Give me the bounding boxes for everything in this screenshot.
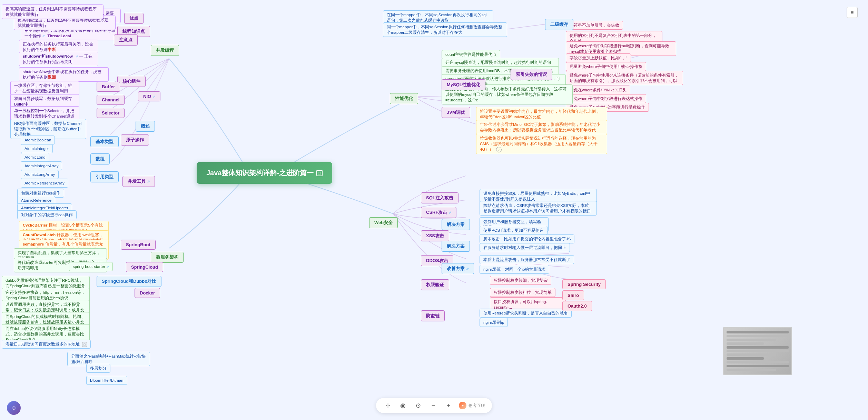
leaf-antitheft1: 使用Refered请求头判断，是否来自自己的域名 [480,309,572,318]
leaf-algo1: 海量日志提取访问百度次数最多的IP地址 □ [2,340,91,349]
leaf-idx7: 避免在where条件中%like%打头 [566,86,630,94]
leaf-atomic-intarr: AtomicIntegerArray [21,161,62,170]
branch-xss[interactable]: XSS攻击 [421,230,449,241]
branch-advantage[interactable]: 优点 [124,13,144,24]
brand-text: 创客互联 [468,403,485,409]
leaf-idx5: 尽量避免where子句中使用!=或<>操作符 [566,62,646,71]
menu-icon: ≡ [851,10,854,15]
avatar-icon: ☺ [11,405,17,411]
branch-springcloud[interactable]: SpringCloud [126,262,163,272]
leaf-shiro-detail: 权限控制粒度较粗粒，实现简单 [490,288,555,297]
branch-attention[interactable]: 注意点 [114,34,138,46]
leaf-buffer: 一块缓存区，存储字节数组，维护一些变量实现数据反复利用 [10,81,79,96]
branch-atomic[interactable]: 原子操作 [121,134,149,146]
leaf-jvm2: 年轻代过小会导致Minor GC过于频繁，影响系统性能；年老代过小会导致内存溢出… [476,120,607,134]
leaf-csrf-sol2: 使用POST请求，更加不容易伪造 [480,226,548,235]
cursor-icon: ⊹ [385,402,391,409]
branch-dev-programming[interactable]: 并发编程 [151,45,179,56]
bottom-toolbar: ⊹ ◉ ⊙ − + ✦ 创客互联 [376,398,492,413]
branch-shiro[interactable]: Shiro [562,290,584,300]
location-icon: ⊙ [416,402,421,409]
leaf-antitheft2: nginx限制ip [480,318,508,327]
leaf-atomic-int: AtomicInteger [21,144,53,153]
brand-area: ✦ 创客互联 [459,402,485,409]
central-node-label: Java整体知识架构详解-之进阶篇一 [206,168,314,178]
branch-mysql-opt[interactable]: MySQL性能优化 [442,79,485,90]
central-node[interactable]: Java整体知识架构详解-之进阶篇一 □ [197,162,332,184]
leaf-interrupted-note: shutdownNow会中断现在执行的任务，没被执行的任务则返回 [19,67,109,82]
leaf-atomic-long: AtomicLong [21,153,49,162]
eye-tool-btn[interactable]: ◉ [398,401,408,410]
branch-overview[interactable]: 概述 [136,121,155,132]
branch-buffer[interactable]: Buffer [97,82,120,92]
leaf-atomic-longarr: AtomicLongArray [21,170,59,179]
branch-basic-types[interactable]: 基本类型 [90,136,119,147]
leaf-spring-security-detail: 权限控制粒度较细，实现复杂 [490,276,551,285]
leaf-jvm3: 垃圾收集器也可以根据实际情况进行适当的选择，现在常用的为CMS（追求最短时间停顿… [476,134,607,154]
leaf-ddos-sol: nginx限流，对同一个ip的大量请求 [480,265,549,274]
branch-permission[interactable]: 权限验证 [421,279,449,290]
leaf-csrf-desc: 跨站点请求伪造，CSRF攻击常常还是绑架XSS实际，本质是伪造请用户请求认证却本… [480,201,597,216]
branch-ddos-solution[interactable]: 改善方案 ⇗ [442,263,474,274]
plus-icon: + [447,402,451,409]
leaf-xss-sol: 在服务请求时对输入做一层过滤即可，把同上 [480,243,570,252]
central-expand-icon[interactable]: □ [316,170,323,176]
leaf-atomic-refarr: AtomicReferenceArray [21,179,68,188]
branch-springboot[interactable]: SpringBoot [121,240,156,250]
leaf-springboot-starter: spring-boot-starter ⇗ [69,262,113,271]
branch-antitheft[interactable]: 防盗链 [421,310,445,321]
branch-web-security[interactable]: Web安全 [369,217,398,228]
branch-l2-cache[interactable]: 二级缓存 [545,19,573,30]
leaf-management: 提高高响应速度，任务到达时不需要等待线程程序建就就能立即执行 [2,4,103,19]
branch-selector[interactable]: Selector [97,108,125,118]
branch-nio[interactable]: NIO ⇗ [138,91,160,101]
leaf-shutdown-now: shutdown和shutdownNow ⇗ — 正在执行的任务执行完后再关闭 [19,52,98,66]
branch-channel[interactable]: Channel [97,95,125,105]
branch-sql-injection[interactable]: SQL注入攻击 [421,192,458,203]
branch-oauth2[interactable]: Oauth2.0 [562,301,592,311]
leaf-idx8: 避免where子句中对字段进行表达式操作 [566,94,646,103]
leaf-xss-desc: 脚本攻击，比如用户提交的评论内容里包含了JS [480,234,574,243]
branch-dev-tools[interactable]: 并发工具 ⇗ [122,176,155,187]
zoom-in-btn[interactable]: + [444,401,453,410]
branch-index-failure[interactable]: 索引失效的情况 [511,69,552,80]
leaf-algo4: Bloom filter/Bitman [86,376,127,385]
minus-icon: − [432,402,435,409]
toolbar-right: ≡ [847,7,858,18]
zoom-out-btn[interactable]: − [428,401,438,410]
leaf-cas: 对对象中的字段进行cas操作 [17,210,77,219]
branch-xss-solution[interactable]: 解决方案 [442,241,470,252]
leaf-idx4: 字段尽量加上默认值，比如0，'' [566,53,631,62]
leaf-algo3: 多层划分 [86,364,110,373]
location-tool-btn[interactable]: ⊙ [413,401,423,410]
eye-icon: ◉ [400,402,406,409]
brand-icon: ✦ [459,402,466,409]
branch-docker[interactable]: Docker [135,288,160,298]
avatar[interactable]: ☺ [7,401,21,415]
leaf-cache-info2: 同一个mapper中，不同sqlSession执行任何增删改查都会导致整个map… [383,22,507,37]
menu-icon-btn[interactable]: ≡ [847,7,858,18]
jvm3-expand[interactable]: ○ [496,147,502,152]
branch-perf-opt[interactable]: 性能优化 [390,93,418,104]
cursor-tool-btn[interactable]: ⊹ [383,401,393,410]
branch-springcloud-dubbo[interactable]: SpringCloud和Dubbo对比 [97,276,161,287]
leaf-idx6: 避免where子句中使用or来连接条件（若or前的条件有索引，后面的却没有索引）… [566,71,683,85]
branch-ref-types[interactable]: 引用类型 [90,171,119,182]
screenshot-overlay [723,327,792,375]
leaf-jvm1: 堆设置主要设置初始堆内存，最大堆内存，年轻代和年老代比例，年轻代Eden区和Su… [476,107,607,121]
branch-core-components[interactable]: 核心组件 [117,76,146,87]
branch-spring-security[interactable]: Spring Security [562,279,606,289]
branch-csrf-solution[interactable]: 解决方案 [442,219,470,230]
branch-array-types[interactable]: 数组 [90,153,110,164]
leaf-atomic-bool: AtomicBoolean [21,136,55,144]
branch-microservice[interactable]: 微服务架构 [151,252,184,263]
leaf-ddos-desc: 本质上是流量攻击，服务器那常常受不住就断了 [480,255,574,264]
branch-jvm[interactable]: JVM调优 [442,107,470,118]
algo1-expand[interactable]: □ [82,342,87,347]
leaf-idx1: 字符串不加单引号，会失效 [566,21,623,30]
branch-csrf[interactable]: CSRF攻击 ⇗ [421,207,456,218]
